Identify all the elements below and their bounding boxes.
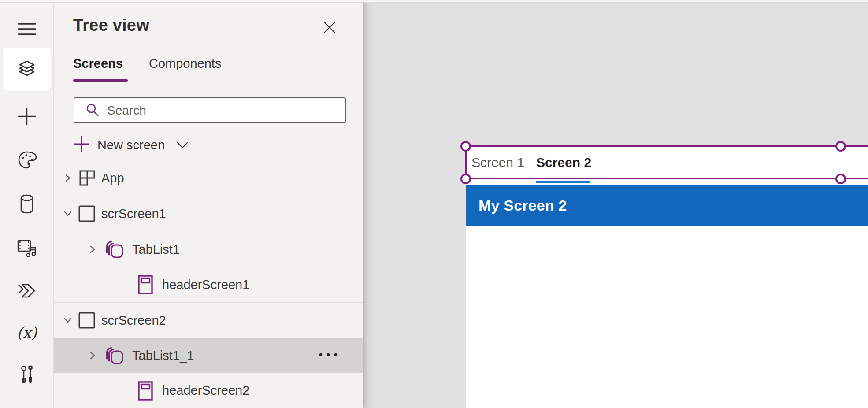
layers-icon (15, 57, 38, 82)
tree-row-app[interactable]: App (54, 160, 363, 196)
tree-row-label: TabList1 (132, 242, 180, 257)
chevron-right-icon[interactable] (87, 350, 98, 361)
active-canvas-tab-underline (536, 181, 590, 183)
panel-tab-strip: Screens Components (54, 56, 363, 85)
plus-icon (17, 107, 37, 126)
rail-item-data[interactable] (0, 183, 54, 225)
tab-screens[interactable]: Screens (73, 56, 123, 71)
panel-shadow (363, 0, 375, 408)
tools-icon (18, 364, 36, 386)
tree-row-label: headerScreen2 (162, 383, 249, 398)
selection-handle[interactable] (835, 174, 846, 184)
plus-icon (74, 135, 89, 155)
tab-components[interactable]: Components (149, 56, 221, 71)
new-screen-label: New screen (97, 138, 165, 152)
tablist-icon (105, 345, 126, 366)
tree-row-label: headerScreen1 (162, 278, 249, 292)
container-icon (136, 380, 155, 401)
canvas-tab-screen1[interactable]: Screen 1 (471, 155, 524, 170)
screen-icon (78, 204, 96, 223)
container-icon (136, 274, 155, 295)
tree-row-scrscreen2[interactable]: scrScreen2 (54, 303, 363, 338)
chevron-down-icon[interactable] (176, 141, 189, 152)
tree-row-label: App (101, 171, 124, 185)
close-panel-button[interactable] (318, 17, 341, 40)
tree-row-tablist1[interactable]: TabList1 (54, 232, 363, 267)
chevron-down-icon[interactable] (63, 208, 73, 219)
rail-item-power-automate[interactable] (0, 270, 54, 312)
search-input[interactable] (107, 104, 336, 118)
hamburger-icon (18, 22, 36, 36)
app-icon (78, 168, 97, 188)
rail-item-insert[interactable] (0, 95, 54, 137)
tree-row-headerscreen1[interactable]: headerScreen1 (54, 267, 363, 302)
rail-item-theme[interactable] (0, 139, 54, 181)
hamburger-menu-button[interactable] (0, 8, 54, 50)
tree-row-label: scrScreen2 (101, 313, 166, 328)
canvas-area: Screen 1 Screen 2 My Screen 2 (363, 0, 868, 408)
screen-header-title: My Screen 2 (479, 197, 567, 214)
power-apps-studio: (x) Tree view Screens (0, 0, 868, 408)
tree-row-label: scrScreen1 (101, 207, 166, 221)
tree-view-panel: Tree view Screens Components New screen (54, 3, 363, 408)
tablist-icon (105, 239, 126, 260)
screen-header-bar[interactable]: My Screen 2 (466, 185, 868, 226)
chevron-right-icon[interactable] (87, 244, 98, 255)
media-icon (16, 237, 38, 259)
selection-border-bottom (465, 178, 868, 179)
selection-border-top (465, 145, 868, 147)
database-icon (17, 193, 37, 215)
canvas-tab-screen2[interactable]: Screen 2 (536, 155, 591, 170)
chevron-down-icon[interactable] (63, 315, 73, 326)
selection-handle[interactable] (835, 141, 846, 152)
selection-handle[interactable] (460, 174, 471, 184)
selection-handle[interactable] (460, 141, 471, 152)
tree-row-tablist1-1[interactable]: TabList1_1 (54, 338, 363, 373)
tree-row-headerscreen2[interactable]: headerScreen2 (54, 373, 363, 408)
top-strip (0, 0, 868, 3)
rail-item-variables[interactable]: (x) (0, 312, 54, 354)
panel-title: Tree view (73, 16, 149, 35)
active-tab-underline (73, 79, 128, 82)
palette-icon (16, 149, 37, 171)
more-ellipsis-icon[interactable] (317, 352, 340, 360)
x-close-icon (322, 20, 337, 37)
power-automate-icon (16, 282, 38, 300)
new-screen-button[interactable]: New screen (74, 134, 189, 156)
tree-row-label: TabList1_1 (132, 349, 194, 363)
search-icon (85, 103, 99, 119)
screen-icon (78, 311, 96, 330)
rail-item-tree-view[interactable] (3, 48, 51, 91)
rail-item-media[interactable] (0, 227, 54, 269)
rail-item-advanced-tools[interactable] (0, 354, 54, 396)
tree-row-scrscreen1[interactable]: scrScreen1 (54, 196, 363, 231)
search-box[interactable] (74, 97, 346, 123)
chevron-right-icon[interactable] (63, 173, 73, 183)
left-rail: (x) (0, 3, 54, 408)
variables-icon: (x) (17, 324, 37, 341)
